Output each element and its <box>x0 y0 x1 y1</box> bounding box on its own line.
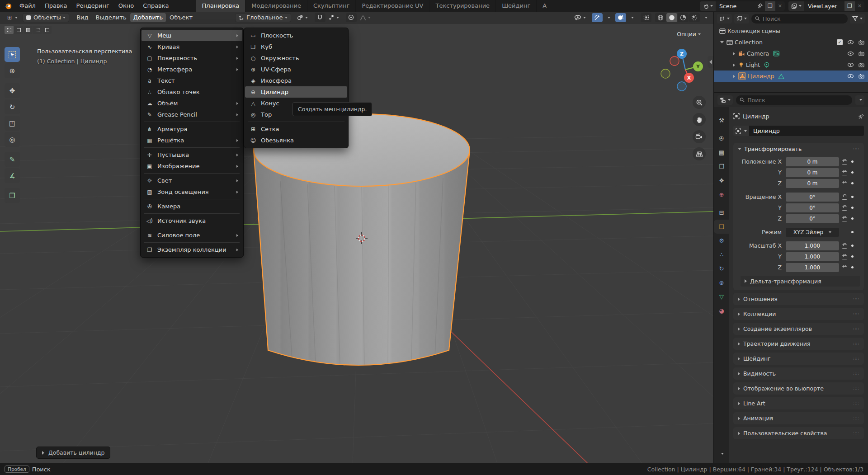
lock-icon[interactable] <box>842 265 846 270</box>
collection-checkbox[interactable]: ✓ <box>837 39 843 45</box>
viewport-canvas[interactable] <box>0 24 713 463</box>
menu-item-light[interactable]: ☼Свет <box>142 175 242 186</box>
keyframe-dot[interactable] <box>849 207 855 209</box>
overlays-dropdown[interactable] <box>626 13 637 22</box>
tab-collection[interactable]: ⊟ <box>714 206 729 220</box>
tool-measure[interactable]: ∡ <box>5 168 20 183</box>
shading-wireframe-button[interactable] <box>655 13 666 22</box>
outliner-row-camera[interactable]: Camera <box>714 48 868 59</box>
keyframe-dot[interactable] <box>849 231 855 233</box>
outliner-editor-type-button[interactable] <box>717 14 732 24</box>
menu-item-pointcloud[interactable]: ∴Облако точек <box>142 86 242 98</box>
rotation-y-field[interactable]: 0° <box>786 203 839 212</box>
panel-shading[interactable]: Шейдинг∷∷ <box>733 353 864 365</box>
menu-item-curve[interactable]: ∿Кривая <box>142 41 242 52</box>
panel-drag-handle[interactable]: ∷∷ <box>854 401 859 406</box>
panel-visibility[interactable]: Видимость∷∷ <box>733 367 864 380</box>
panel-drag-handle[interactable]: ∷∷ <box>854 372 859 376</box>
panel-instancing[interactable]: Создание экземпляров∷∷ <box>733 323 864 335</box>
tool-add-cube[interactable]: ❒ <box>5 188 20 203</box>
unlink-scene-icon[interactable]: ✕ <box>775 3 785 9</box>
cylinder-object[interactable] <box>254 114 470 366</box>
pin-id-icon[interactable] <box>858 113 864 119</box>
outliner-row-cylinder[interactable]: Цилиндр <box>714 71 868 82</box>
shading-solid-button[interactable] <box>666 13 677 22</box>
lock-icon[interactable] <box>842 181 846 186</box>
menu-item-uv-sphere[interactable]: ⊕UV-Сфера <box>245 64 347 75</box>
menu-item-cylinder[interactable]: ⊖Цилиндр <box>245 86 347 98</box>
show-gizmo-toggle[interactable] <box>592 13 603 22</box>
panel-relations[interactable]: Отношения∷∷ <box>733 293 864 305</box>
panel-drag-handle[interactable]: ∷∷ <box>854 297 859 301</box>
panel-drag-handle[interactable]: ∷∷ <box>854 312 859 316</box>
panel-drag-handle[interactable]: ∷∷ <box>854 386 859 391</box>
gizmo-axis-y-negative[interactable] <box>661 69 670 78</box>
scale-x-field[interactable]: 1.000 <box>786 241 839 250</box>
hide-eye-icon[interactable] <box>847 62 854 67</box>
show-overlays-toggle[interactable] <box>615 13 626 22</box>
menu-item-ico-sphere[interactable]: ◈Икосфера <box>245 75 347 86</box>
select-mode-intersect[interactable] <box>42 26 52 34</box>
menu-item-mesh[interactable]: ▽Меш <box>142 30 242 41</box>
pin-icon[interactable] <box>755 3 764 9</box>
menu-file[interactable]: Файл <box>15 0 40 12</box>
menu-item-speaker[interactable]: ◁)Источник звука <box>142 215 242 226</box>
outliner-search[interactable] <box>751 14 848 24</box>
gizmo-dropdown[interactable] <box>603 13 613 22</box>
id-type-button[interactable] <box>733 126 749 136</box>
expand-icon[interactable] <box>733 63 735 67</box>
sidebar-collapse-tab[interactable] <box>708 56 713 68</box>
menu-item-cube[interactable]: ❒Куб <box>245 41 347 52</box>
panel-motion-paths[interactable]: Траектории движения∷∷ <box>733 338 864 350</box>
lock-icon[interactable] <box>842 216 846 221</box>
select-mode-subtract[interactable] <box>24 26 33 34</box>
properties-search[interactable] <box>736 95 852 105</box>
disable-render-icon[interactable] <box>859 40 864 45</box>
menu-item-monkey[interactable]: ☺Обезьянка <box>245 135 347 146</box>
panel-drag-handle[interactable]: ∷∷ <box>854 416 859 421</box>
shading-dropdown[interactable] <box>700 13 711 22</box>
snap-with-dropdown[interactable] <box>326 13 342 22</box>
menu-item-light-probe[interactable]: ▨Зонд освещения <box>142 186 242 198</box>
tab-object-data[interactable]: ▽ <box>714 290 729 304</box>
tab-animation[interactable]: Анимация <box>537 0 546 12</box>
menu-item-grease-pencil[interactable]: ✎Grease Pencil <box>142 109 242 120</box>
tabs-overflow-chevron[interactable] <box>714 447 729 461</box>
tab-physics[interactable]: ↻ <box>714 262 729 276</box>
menu-select[interactable]: Выделить <box>92 12 130 24</box>
outliner-row-collection[interactable]: Collection ✓ <box>714 37 868 48</box>
menu-window[interactable]: Окно <box>114 0 139 12</box>
properties-options-button[interactable] <box>855 95 864 105</box>
viewlayer-name[interactable]: ViewLayer <box>804 3 844 9</box>
editor-type-button[interactable]: ⊞ <box>3 13 21 22</box>
menu-item-text[interactable]: aТекст <box>142 75 242 86</box>
proportional-editing-toggle[interactable] <box>346 13 357 22</box>
tab-object[interactable]: ❑ <box>714 220 729 234</box>
tab-render[interactable]: ✇ <box>714 132 729 146</box>
gizmo-axis-x-negative[interactable] <box>670 56 679 66</box>
pivot-point-dropdown[interactable] <box>294 13 311 22</box>
select-mode-set[interactable] <box>5 26 14 34</box>
tab-world[interactable]: ⊕ <box>714 188 729 202</box>
panel-viewport-display[interactable]: Отображение во вьюпорте∷∷ <box>733 382 864 395</box>
expand-icon[interactable] <box>733 52 735 56</box>
tab-layout[interactable]: Планировка <box>196 0 246 12</box>
keyframe-dot[interactable] <box>849 266 855 268</box>
tab-material[interactable]: ◕ <box>714 304 729 318</box>
keyframe-dot[interactable] <box>849 255 855 258</box>
tab-constraints[interactable]: ⊚ <box>714 276 729 290</box>
scale-z-field[interactable]: 1.000 <box>786 263 839 272</box>
tool-annotate[interactable]: ✎ <box>5 152 20 167</box>
tool-select-box[interactable]: ➤ <box>5 47 20 62</box>
camera-view-button[interactable] <box>693 130 706 143</box>
object-name-input[interactable] <box>749 126 864 136</box>
lock-icon[interactable] <box>842 254 846 259</box>
menu-item-armature[interactable]: ⋔Арматура <box>142 123 242 135</box>
gizmo-axis-z-negative[interactable] <box>677 82 686 91</box>
expand-icon[interactable] <box>733 75 735 78</box>
tab-scene[interactable]: ❖ <box>714 174 729 188</box>
menu-help[interactable]: Справка <box>138 0 173 12</box>
location-z-field[interactable]: 0 m <box>786 179 839 188</box>
menu-item-grid[interactable]: ⊞Сетка <box>245 123 347 135</box>
lock-icon[interactable] <box>842 243 846 249</box>
